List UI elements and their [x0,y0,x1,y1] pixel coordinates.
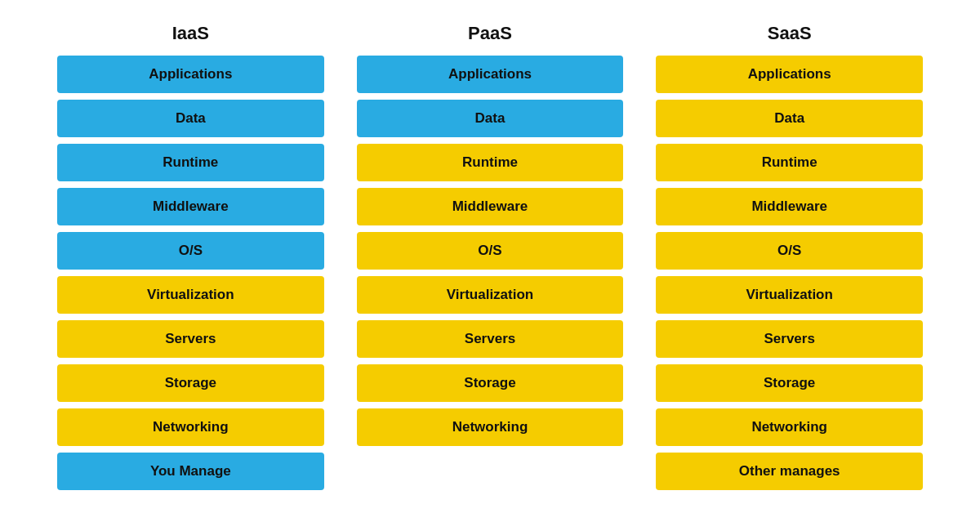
column-iaas: IaaSApplicationsDataRuntimeMiddlewareO/S… [41,23,341,490]
rows-container-iaas: ApplicationsDataRuntimeMiddlewareO/SVirt… [41,56,341,446]
legend-cell-iaas: You Manage [57,453,324,490]
cell-saas-5: Virtualization [656,276,923,314]
cell-paas-7: Storage [357,364,624,402]
cell-iaas-6: Servers [57,320,324,358]
cell-saas-7: Storage [656,364,923,402]
cell-paas-1: Data [357,100,624,137]
legend-saas: Other manages [639,453,939,490]
cell-saas-3: Middleware [656,188,923,225]
column-header-paas: PaaS [468,23,512,44]
legend-iaas: You Manage [41,453,341,490]
cell-paas-5: Virtualization [357,276,624,314]
cell-paas-2: Runtime [357,144,624,181]
cell-saas-0: Applications [656,56,923,93]
column-header-iaas: IaaS [172,23,209,44]
cell-saas-6: Servers [656,320,923,358]
column-paas: PaaSApplicationsDataRuntimeMiddlewareO/S… [341,23,640,490]
cell-paas-8: Networking [357,408,624,446]
main-container: IaaSApplicationsDataRuntimeMiddlewareO/S… [41,23,939,490]
columns-wrapper: IaaSApplicationsDataRuntimeMiddlewareO/S… [41,23,939,490]
cell-iaas-7: Storage [57,364,324,402]
column-saas: SaaSApplicationsDataRuntimeMiddlewareO/S… [639,23,939,490]
cell-iaas-3: Middleware [57,188,324,225]
cell-paas-6: Servers [357,320,624,358]
cell-paas-3: Middleware [357,188,624,225]
column-header-saas: SaaS [768,23,812,44]
cell-iaas-1: Data [57,100,324,137]
cell-iaas-0: Applications [57,56,324,93]
cell-paas-0: Applications [357,56,624,93]
cell-iaas-4: O/S [57,232,324,270]
legend-cell-saas: Other manages [656,453,923,490]
cell-iaas-2: Runtime [57,144,324,181]
cell-iaas-8: Networking [57,408,324,446]
rows-container-paas: ApplicationsDataRuntimeMiddlewareO/SVirt… [341,56,640,446]
cell-saas-2: Runtime [656,144,923,181]
cell-iaas-5: Virtualization [57,276,324,314]
cell-saas-1: Data [656,100,923,137]
cell-paas-4: O/S [357,232,624,270]
cell-saas-4: O/S [656,232,923,270]
rows-container-saas: ApplicationsDataRuntimeMiddlewareO/SVirt… [639,56,939,446]
cell-saas-8: Networking [656,408,923,446]
